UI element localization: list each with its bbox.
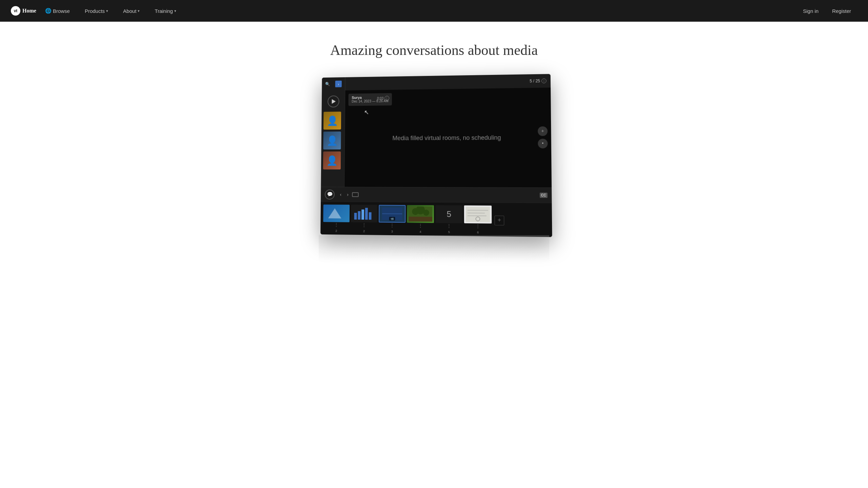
slide-1-graphic [327,207,346,220]
navbar: vt Home 🌐 Browse Products ▾ About ▾ Trai… [0,0,868,22]
about-nav-item[interactable]: About ▾ [117,0,146,22]
svg-rect-2 [358,211,360,220]
slide-5-menu-icon[interactable]: ⋮ [447,223,451,229]
filmstrip-item-6: ⋮ 6 [464,205,492,235]
reflection [319,235,549,262]
comment-tooltip: Surya Dec 14, 2023 — 8:26 AM 0:03 i [349,93,392,106]
prev-slide-button[interactable]: ‹ [338,191,343,198]
avatar-1[interactable]: 👤 [323,111,341,129]
slide-counter: 5 / 25 i [530,78,546,83]
slide-1-menu-icon[interactable]: ⋮ [334,222,339,228]
filmstrip-thumb-5[interactable]: 5 [435,205,463,223]
page-title: Amazing conversations about media [330,42,538,58]
svg-rect-4 [365,208,368,220]
browse-nav-item[interactable]: 🌐 Browse [39,0,76,22]
screenshot-wrapper: 🔍 › 5 / 25 i [319,75,549,262]
svg-rect-5 [369,212,372,220]
svg-marker-0 [328,208,341,219]
playing-comment [323,93,343,110]
app-window: 🔍 › 5 / 25 i [320,74,552,237]
filmstrip-thumb-6[interactable] [464,205,492,224]
training-nav-item[interactable]: Training ▾ [149,0,182,22]
info-icon[interactable]: i [541,78,547,83]
training-chevron-icon: ▾ [174,9,176,13]
filmstrip-thumb-2[interactable] [351,205,378,222]
search-icon[interactable]: 🔍 [325,82,330,87]
nav-right: Sign in Register [797,0,857,22]
svg-rect-13 [466,207,490,222]
app-content: 👤 👤 👤 Surya [321,87,552,187]
slide-view-icon[interactable] [352,192,359,197]
nav-left: vt Home 🌐 Browse Products ▾ About ▾ Trai… [11,0,797,22]
sidebar-topbar: 🔍 › [322,77,345,91]
video-badge: 📹 [389,217,395,221]
filmstrip-item-5: 5 ⋮ 5 [435,205,463,235]
products-label: Products [85,8,105,14]
slide-3-menu-icon[interactable]: ⋮ [390,223,394,228]
products-chevron-icon: ▾ [106,9,108,13]
next-slide-button[interactable]: › [346,191,350,198]
about-chevron-icon: ▾ [138,9,140,13]
filmstrip-item-1: ⋮ 2 [323,205,350,233]
avatar-2[interactable]: 👤 [323,131,341,149]
add-comment-button[interactable]: 💬 [325,189,335,200]
more-button[interactable]: • [538,139,548,148]
home-logo[interactable]: vt Home [11,6,36,16]
globe-icon: 🌐 [45,8,52,14]
home-label: Home [22,8,36,14]
slide-4-forest [409,206,432,222]
add-slide-button[interactable]: + [494,216,504,225]
add-button[interactable]: + [538,126,548,136]
slide-6-menu-icon[interactable]: ⋮ [475,223,480,229]
svg-rect-1 [354,213,357,220]
products-nav-item[interactable]: Products ▾ [79,0,114,22]
slide-2-number: 2 [363,229,365,233]
sidebar-toggle-button[interactable]: › [335,81,342,87]
slide-counter-text: 5 / 25 [530,79,540,84]
slide-4-number: 4 [419,230,421,233]
filmstrip-item-2: ⋮ 2 [351,205,377,234]
slide-2-menu-icon[interactable]: ⋮ [362,222,367,228]
svg-point-11 [423,209,429,216]
avatar-1-icon: 👤 [327,115,338,126]
slide-6-number: 6 [477,231,479,234]
slide-5-number: 5 [448,230,450,234]
avatar-3[interactable]: 👤 [323,151,341,169]
cc-button[interactable]: CC [539,193,547,198]
comment-info-icon[interactable]: i [384,96,389,101]
slide-4-menu-icon[interactable]: ⋮ [418,223,423,229]
slide-1-number: 2 [335,229,337,232]
filmstrip-thumb-4[interactable] [407,205,434,223]
cursor-icon: ↖ [364,109,369,116]
about-label: About [123,8,136,14]
signin-button[interactable]: Sign in [797,0,825,22]
comment-area: Surya Dec 14, 2023 — 8:26 AM 0:03 i ↖ M [344,87,552,187]
app-bottombar: 💬 ‹ › CC [321,187,552,203]
topbar-right: 5 / 25 i [345,78,551,86]
svg-rect-12 [409,217,432,222]
slide-6-sketch [466,207,490,222]
reflection-gradient [319,235,549,262]
filmstrip-item-4: ⋮ 4 [407,205,434,234]
logo-badge: vt [11,6,20,16]
filmstrip-thumb-1[interactable] [323,205,350,222]
slide-3-number: 3 [391,230,393,233]
filmstrip-thumb-3[interactable]: 📹 [379,205,406,223]
main-content: Amazing conversations about media 🔍 › 5 … [0,22,868,289]
avatar-3-icon: 👤 [326,155,338,166]
register-button[interactable]: Register [826,0,857,22]
play-triangle-icon [332,99,336,104]
slide-5-number-display: 5 [447,209,451,219]
svg-rect-3 [361,209,364,220]
avatar-2-icon: 👤 [327,135,338,146]
play-button[interactable] [328,96,339,107]
slide-2-chart [353,206,376,221]
main-slide-text: Media filled virtual rooms, no schedulin… [392,134,501,142]
training-label: Training [155,8,173,14]
side-controls: + • [538,126,548,148]
comment-duration: 0:03 i [377,96,389,101]
browse-label: Browse [53,8,70,14]
sidebar: 👤 👤 👤 [321,90,346,187]
slide-nav-arrows: ‹ › [338,191,350,198]
filmstrip-item-3: 📹 ⋮ 3 [379,205,406,234]
